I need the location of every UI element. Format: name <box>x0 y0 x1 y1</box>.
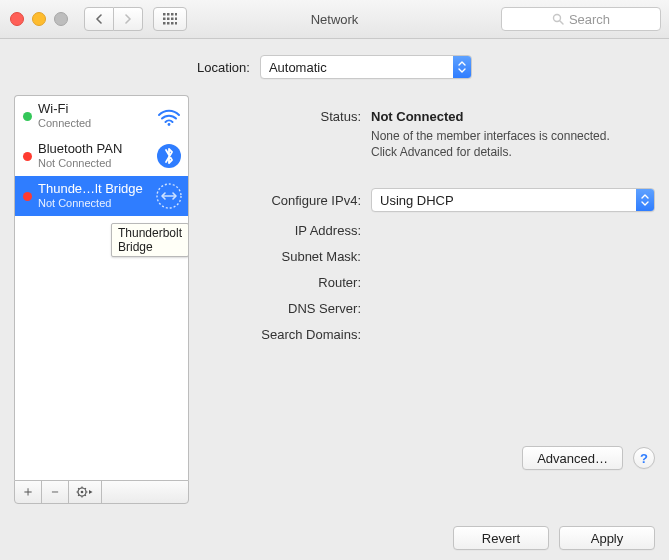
nav-buttons <box>84 7 143 31</box>
search-domains-label: Search Domains: <box>203 327 361 342</box>
status-dot-icon <box>23 192 32 201</box>
remove-service-button[interactable]: － <box>42 481 69 503</box>
service-status: Not Connected <box>38 197 150 210</box>
service-actions-button[interactable] <box>69 481 102 503</box>
search-icon <box>552 13 564 25</box>
subnet-mask-value <box>371 248 655 264</box>
status-detail: None of the member interfaces is connect… <box>371 128 655 160</box>
settings-form: Status: Not Connected None of the member… <box>203 95 655 342</box>
location-row: Location: Automatic <box>0 39 669 95</box>
services-sidebar: Wi-Fi Connected Bluetooth PAN Not Connec… <box>14 95 189 504</box>
wifi-icon <box>156 103 182 129</box>
chevron-left-icon <box>95 14 103 24</box>
help-button[interactable]: ? <box>633 447 655 469</box>
bottom-bar: Revert Apply <box>0 516 669 560</box>
subnet-mask-label: Subnet Mask: <box>203 249 361 264</box>
service-status: Connected <box>38 117 150 130</box>
router-label: Router: <box>203 275 361 290</box>
apply-button[interactable]: Apply <box>559 526 655 550</box>
forward-button[interactable] <box>114 7 143 31</box>
service-name: Wi-Fi <box>38 102 150 117</box>
dns-server-label: DNS Server: <box>203 301 361 316</box>
configure-ipv4-label: Configure IPv4: <box>203 193 361 208</box>
sidebar-item-thunderbolt-bridge[interactable]: Thunde…lt Bridge Not Connected <box>15 176 188 216</box>
content: Wi-Fi Connected Bluetooth PAN Not Connec… <box>0 95 669 516</box>
svg-rect-3 <box>175 13 177 16</box>
location-label: Location: <box>197 60 250 75</box>
search-domains-value <box>371 326 655 342</box>
location-value: Automatic <box>261 60 453 75</box>
status-value: Not Connected <box>371 109 655 124</box>
revert-button[interactable]: Revert <box>453 526 549 550</box>
sidebar-item-wifi[interactable]: Wi-Fi Connected <box>15 96 188 136</box>
back-button[interactable] <box>84 7 114 31</box>
configure-ipv4-popup[interactable]: Using DHCP <box>371 188 655 212</box>
svg-line-26 <box>85 488 86 489</box>
config-panel: Status: Not Connected None of the member… <box>203 95 655 504</box>
svg-point-14 <box>168 123 171 126</box>
sidebar-item-bluetooth-pan[interactable]: Bluetooth PAN Not Connected <box>15 136 188 176</box>
network-preferences-window: Network Search Location: Automatic <box>0 0 669 560</box>
svg-rect-9 <box>167 22 170 25</box>
status-dot-icon <box>23 152 32 161</box>
close-window-button[interactable] <box>10 12 24 26</box>
status-label: Status: <box>203 109 361 124</box>
gear-icon <box>76 486 94 498</box>
svg-rect-11 <box>175 22 177 25</box>
bluetooth-icon <box>156 143 182 169</box>
traffic-lights <box>0 12 68 26</box>
chevron-right-icon <box>124 14 132 24</box>
minus-icon: － <box>48 483 62 501</box>
service-status: Not Connected <box>38 157 150 170</box>
popup-arrows-icon <box>453 56 471 78</box>
svg-rect-6 <box>171 18 174 21</box>
svg-point-12 <box>553 15 560 22</box>
svg-rect-2 <box>171 13 174 16</box>
services-list[interactable]: Wi-Fi Connected Bluetooth PAN Not Connec… <box>14 95 189 480</box>
ip-address-value <box>371 222 655 238</box>
advanced-button[interactable]: Advanced… <box>522 446 623 470</box>
svg-line-24 <box>85 495 86 496</box>
configure-ipv4-value: Using DHCP <box>372 193 636 208</box>
service-name: Bluetooth PAN <box>38 142 150 157</box>
svg-rect-8 <box>163 22 166 25</box>
service-name: Thunde…lt Bridge <box>38 182 150 197</box>
search-placeholder: Search <box>569 12 610 27</box>
status-dot-icon <box>23 112 32 121</box>
svg-rect-10 <box>171 22 174 25</box>
add-service-button[interactable]: ＋ <box>15 481 42 503</box>
services-toolbar: ＋ － <box>14 480 189 504</box>
svg-line-13 <box>560 21 563 24</box>
router-value <box>371 274 655 290</box>
plus-icon: ＋ <box>21 483 35 501</box>
thunderbolt-bridge-icon <box>156 183 182 209</box>
location-popup[interactable]: Automatic <box>260 55 472 79</box>
svg-point-18 <box>81 491 84 494</box>
titlebar: Network Search <box>0 0 669 39</box>
advanced-row: Advanced… ? <box>203 446 655 470</box>
svg-rect-0 <box>163 13 166 16</box>
svg-line-23 <box>78 488 79 489</box>
tooltip: Thunderbolt Bridge <box>111 223 189 257</box>
svg-rect-1 <box>167 13 170 16</box>
svg-rect-4 <box>163 18 166 21</box>
popup-arrows-icon <box>636 189 654 211</box>
dns-server-value <box>371 300 655 316</box>
ip-address-label: IP Address: <box>203 223 361 238</box>
svg-rect-5 <box>167 18 170 21</box>
show-all-button[interactable] <box>153 7 187 31</box>
svg-line-25 <box>78 495 79 496</box>
grid-icon <box>163 13 177 25</box>
search-input[interactable]: Search <box>501 7 661 31</box>
zoom-window-button[interactable] <box>54 12 68 26</box>
minimize-window-button[interactable] <box>32 12 46 26</box>
svg-rect-7 <box>175 18 177 21</box>
